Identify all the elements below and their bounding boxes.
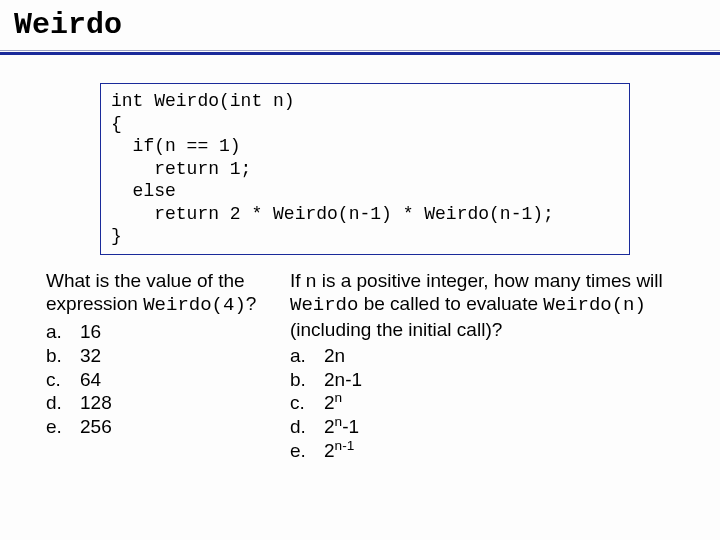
option-label: e.: [290, 439, 324, 463]
option-label: a.: [46, 320, 80, 344]
question-2-code-2: Weirdo(n): [543, 294, 646, 316]
question-2: If n is a positive integer, how many tim…: [290, 269, 690, 463]
list-item: b.32: [46, 344, 290, 368]
option-value: 64: [80, 369, 101, 390]
option-value: 128: [80, 392, 112, 413]
option-value: 2n-1: [324, 369, 362, 390]
question-1-options: a.16 b.32 c.64 d.128 e.256: [46, 320, 290, 439]
option-value: 256: [80, 416, 112, 437]
option-value: 2n: [324, 392, 342, 413]
option-label: e.: [46, 415, 80, 439]
list-item: e.2n-1: [290, 439, 690, 463]
option-label: d.: [290, 415, 324, 439]
list-item: e.256: [46, 415, 290, 439]
list-item: a.16: [46, 320, 290, 344]
option-value: 32: [80, 345, 101, 366]
question-2-prompt: If n is a positive integer, how many tim…: [290, 269, 690, 342]
list-item: b.2n-1: [290, 368, 690, 392]
list-item: c.64: [46, 368, 290, 392]
question-1: What is the value of the expression Weir…: [46, 269, 290, 463]
option-value: 16: [80, 321, 101, 342]
option-label: d.: [46, 391, 80, 415]
title-divider: [0, 50, 720, 55]
option-label: c.: [290, 391, 324, 415]
question-2-text-post: (including the initial call)?: [290, 319, 502, 340]
question-2-options: a.2n b.2n-1 c.2n d.2n-1 e.2n-1: [290, 344, 690, 463]
question-1-code: Weirdo(4): [143, 294, 246, 316]
option-value: 2n: [324, 345, 345, 366]
option-value: 2n-1: [324, 440, 354, 461]
question-1-prompt: What is the value of the expression Weir…: [46, 269, 290, 319]
slide: Weirdo int Weirdo(int n) { if(n == 1) re…: [0, 0, 720, 540]
question-2-text-mid: be called to evaluate: [358, 293, 543, 314]
list-item: a.2n: [290, 344, 690, 368]
list-item: d.2n-1: [290, 415, 690, 439]
option-label: b.: [46, 344, 80, 368]
questions-row: What is the value of the expression Weir…: [46, 269, 720, 463]
question-2-code-1: Weirdo: [290, 294, 358, 316]
list-item: d.128: [46, 391, 290, 415]
option-label: a.: [290, 344, 324, 368]
option-value: 2n-1: [324, 416, 359, 437]
list-item: c.2n: [290, 391, 690, 415]
option-label: c.: [46, 368, 80, 392]
code-block: int Weirdo(int n) { if(n == 1) return 1;…: [100, 83, 630, 255]
option-label: b.: [290, 368, 324, 392]
page-title: Weirdo: [0, 8, 720, 48]
question-1-text-post: ?: [246, 293, 257, 314]
question-2-text-pre: If n is a positive integer, how many tim…: [290, 270, 663, 291]
